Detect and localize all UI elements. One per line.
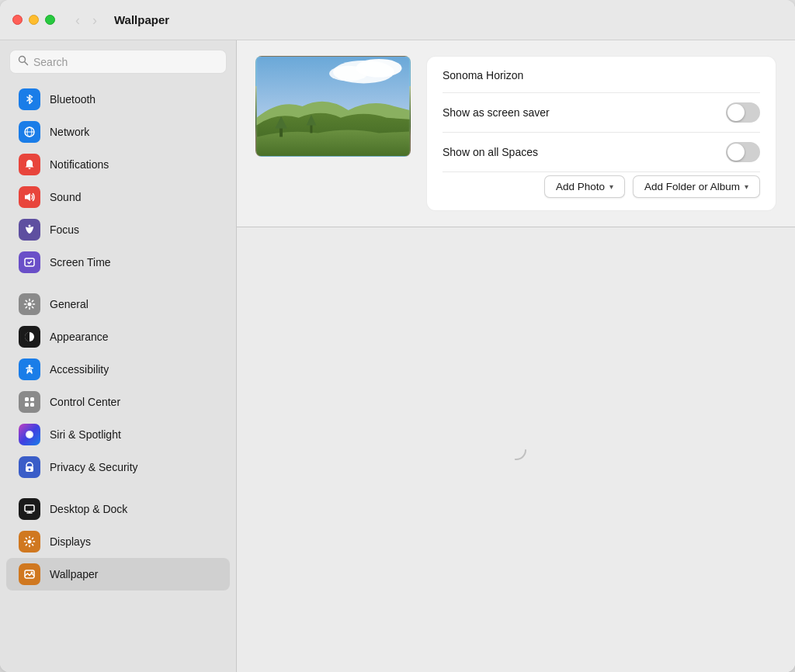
add-photo-button[interactable]: Add Photo ▾ xyxy=(544,175,625,198)
loading-area xyxy=(237,227,795,672)
wallpaper-label: Wallpaper xyxy=(50,568,99,580)
screensaver-toggle-row: Show as screen saver xyxy=(443,93,760,133)
bluetooth-icon xyxy=(19,88,40,110)
controlcenter-icon xyxy=(19,391,40,413)
svg-rect-13 xyxy=(25,403,29,407)
accessibility-label: Accessibility xyxy=(50,363,109,376)
svg-point-18 xyxy=(29,469,31,471)
svg-point-6 xyxy=(29,225,31,227)
svg-line-30 xyxy=(26,545,26,546)
search-container: Search xyxy=(0,50,236,83)
sidebar-item-privacy[interactable]: Privacy & Security xyxy=(6,451,230,483)
main-content: Search BluetoothNetworkNotificationsSoun… xyxy=(0,40,795,672)
sidebar-item-bluetooth[interactable]: Bluetooth xyxy=(6,83,230,116)
sidebar-item-desktop[interactable]: Desktop & Dock xyxy=(6,493,230,525)
privacy-label: Privacy & Security xyxy=(50,461,138,473)
add-folder-chevron: ▾ xyxy=(745,182,748,191)
svg-point-8 xyxy=(28,303,32,307)
svg-point-22 xyxy=(28,540,32,544)
sidebar-item-general[interactable]: General xyxy=(6,288,230,320)
displays-icon xyxy=(19,531,40,552)
notifications-icon xyxy=(19,154,40,175)
spaces-label: Show on all Spaces xyxy=(443,146,538,158)
wallpaper-preview[interactable] xyxy=(255,56,411,157)
general-icon xyxy=(19,293,40,315)
siri-label: Siri & Spotlight xyxy=(50,428,121,441)
traffic-lights xyxy=(12,15,55,25)
svg-marker-5 xyxy=(25,193,30,201)
loading-spinner xyxy=(505,438,528,462)
sound-label: Sound xyxy=(50,191,81,203)
sidebar-item-displays[interactable]: Displays xyxy=(6,525,230,558)
screentime-icon xyxy=(19,251,40,273)
svg-rect-11 xyxy=(25,397,29,401)
svg-point-36 xyxy=(329,66,367,81)
svg-point-41 xyxy=(507,441,526,459)
window-title: Wallpaper xyxy=(114,13,169,26)
search-box[interactable]: Search xyxy=(9,50,227,74)
svg-point-16 xyxy=(27,432,32,437)
svg-point-10 xyxy=(29,365,31,367)
svg-rect-12 xyxy=(30,397,34,401)
button-row: Add Photo ▾ Add Folder or Album ▾ xyxy=(443,175,760,198)
appearance-label: Appearance xyxy=(50,331,109,343)
svg-line-28 xyxy=(33,545,33,546)
sidebar-item-controlcenter[interactable]: Control Center xyxy=(6,386,230,418)
wallpaper-top-section: Sonoma Horizon Show as screen saver Show… xyxy=(255,56,776,211)
desktop-label: Desktop & Dock xyxy=(50,503,127,515)
notifications-label: Notifications xyxy=(50,158,109,171)
sidebar-item-screentime[interactable]: Screen Time xyxy=(6,246,230,279)
wallpaper-info-panel: Sonoma Horizon Show as screen saver Show… xyxy=(426,56,776,211)
sound-icon xyxy=(19,186,40,208)
sidebar-item-wallpaper[interactable]: Wallpaper xyxy=(6,558,230,591)
displays-label: Displays xyxy=(50,535,91,548)
forward-button[interactable]: › xyxy=(88,12,102,29)
title-bar: ‹ › Wallpaper xyxy=(0,0,795,40)
spaces-toggle[interactable] xyxy=(726,142,760,162)
controlcenter-label: Control Center xyxy=(50,396,120,408)
sidebar: Search BluetoothNetworkNotificationsSoun… xyxy=(0,40,237,672)
sidebar-item-focus[interactable]: Focus xyxy=(6,213,230,246)
search-placeholder: Search xyxy=(33,56,218,68)
panel-content: Sonoma Horizon Show as screen saver Show… xyxy=(237,40,795,227)
screentime-label: Screen Time xyxy=(50,256,111,268)
general-label: General xyxy=(50,298,89,310)
network-label: Network xyxy=(50,126,89,138)
accessibility-icon xyxy=(19,359,40,380)
nav-buttons: ‹ › xyxy=(71,12,102,29)
sidebar-item-accessibility[interactable]: Accessibility xyxy=(6,353,230,386)
system-preferences-window: ‹ › Wallpaper Search BluetoothNetw xyxy=(0,0,795,672)
sidebar-items-container: BluetoothNetworkNotificationsSoundFocusS… xyxy=(0,83,236,591)
wallpaper-icon xyxy=(19,563,40,585)
svg-line-27 xyxy=(26,538,26,539)
sidebar-item-appearance[interactable]: Appearance xyxy=(6,320,230,353)
network-icon xyxy=(19,121,40,143)
svg-line-1 xyxy=(25,62,28,65)
spaces-toggle-row: Show on all Spaces xyxy=(443,133,760,172)
screensaver-toggle[interactable] xyxy=(726,102,760,123)
appearance-icon xyxy=(19,326,40,348)
privacy-icon xyxy=(19,456,40,478)
minimize-button[interactable] xyxy=(29,15,39,25)
sidebar-item-notifications[interactable]: Notifications xyxy=(6,148,230,181)
focus-icon xyxy=(19,219,40,241)
right-panel: Sonoma Horizon Show as screen saver Show… xyxy=(237,40,795,672)
add-folder-button[interactable]: Add Folder or Album ▾ xyxy=(633,175,760,198)
add-photo-chevron: ▾ xyxy=(609,182,613,191)
maximize-button[interactable] xyxy=(45,15,55,25)
sidebar-separator xyxy=(0,279,236,288)
svg-point-32 xyxy=(31,572,33,574)
wallpaper-name: Sonoma Horizon xyxy=(443,69,760,93)
search-icon xyxy=(18,55,29,68)
svg-rect-14 xyxy=(30,403,34,407)
desktop-icon xyxy=(19,498,40,520)
bluetooth-label: Bluetooth xyxy=(50,93,95,106)
svg-line-29 xyxy=(33,538,33,539)
focus-label: Focus xyxy=(50,223,79,236)
sidebar-item-sound[interactable]: Sound xyxy=(6,181,230,213)
sidebar-item-network[interactable]: Network xyxy=(6,116,230,148)
close-button[interactable] xyxy=(12,15,23,25)
sidebar-item-siri[interactable]: Siri & Spotlight xyxy=(6,418,230,451)
back-button[interactable]: ‹ xyxy=(71,12,85,29)
svg-rect-19 xyxy=(25,505,34,511)
